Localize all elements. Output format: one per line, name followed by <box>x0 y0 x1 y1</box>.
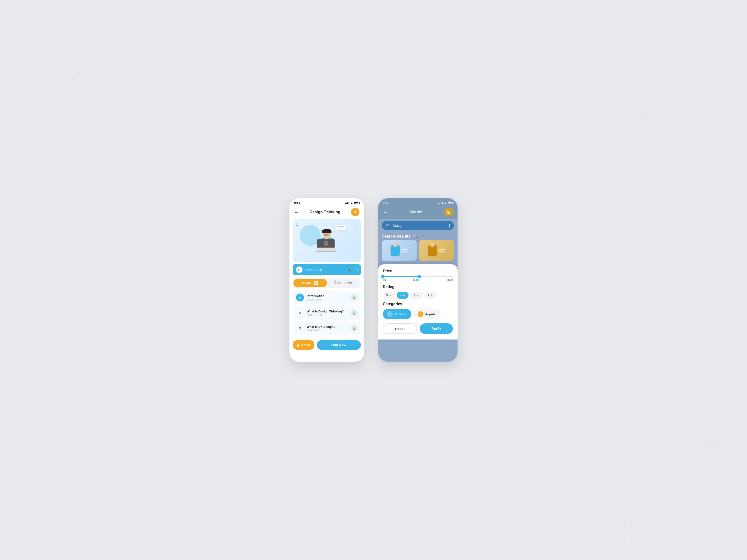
volume-icon[interactable]: 🔊 <box>348 268 352 272</box>
card-illustration <box>390 245 400 257</box>
popular-label: Popular <box>425 313 437 316</box>
play-button[interactable]: ▶ <box>296 266 303 273</box>
content-tabs: Playlist 17 Descriptions <box>293 278 361 288</box>
buy-now-button[interactable]: Buy Now <box>317 340 361 350</box>
slider-thumb-end[interactable] <box>418 275 421 278</box>
item-info: Introduction 06:25 / 17:45 <box>307 294 348 301</box>
reset-button[interactable]: Reset <box>383 323 417 334</box>
result-card-1[interactable] <box>382 240 417 261</box>
item-time: 00:00 / 12:50 <box>307 314 348 316</box>
heart-button[interactable]: ♥ <box>351 208 360 216</box>
video-illustration: 🌿 <box>319 230 335 252</box>
item-time: 00:00 / 09:32 <box>307 329 348 332</box>
item-info: What is UX Design? 00:00 / 09:32 <box>307 325 348 332</box>
grid-button[interactable]: ⊞ <box>444 208 453 216</box>
item-title: Introduction <box>307 294 348 298</box>
search-results-label: Search Results 🔍 <box>378 232 458 240</box>
price-title: Price <box>383 269 453 273</box>
playlist-item[interactable]: ▶ Introduction 06:25 / 17:45 🔓 <box>293 291 361 304</box>
star-icon: ★ <box>389 294 391 297</box>
lock-icon: 🔒 <box>351 325 358 332</box>
rating-5[interactable]: 5 ★ <box>383 292 395 299</box>
video-area: 🌿 <box>293 219 361 262</box>
glasses <box>324 234 329 236</box>
star-icon: ★ <box>403 294 405 297</box>
popular-icon: ⚡ <box>418 311 423 317</box>
wifi-icon-right: ▲ <box>444 202 446 205</box>
tab-descriptions[interactable]: Descriptions <box>327 279 360 287</box>
circles-decoration: ○ ○ ○ <box>354 223 356 226</box>
star-icon: ★ <box>430 294 433 297</box>
item-play-icon[interactable]: ▶ <box>296 294 304 301</box>
search-header: ← Search ⊞ <box>378 206 458 219</box>
video-controls-bar[interactable]: ▶ 06:25 / 17:45 🔊 ⛶ <box>293 264 361 275</box>
rating-3[interactable]: 3 ★ <box>410 292 422 299</box>
wifi-icon: ▲ <box>351 202 353 205</box>
price-section: Price $0 $300 $800 <box>383 269 453 282</box>
price-max: $800 <box>446 278 453 282</box>
rating-2[interactable]: 2 ★ <box>424 292 436 299</box>
design-thinking-header: ← Design Thinking ♥ <box>289 206 364 219</box>
slider-thumb-start[interactable] <box>381 275 384 278</box>
playlist-count: 17 <box>314 281 318 285</box>
playlist-item[interactable]: 2 What is Design Thinking? 00:00 / 12:50… <box>293 306 361 320</box>
category-popular[interactable]: ⚡ Popular <box>414 309 441 319</box>
battery-icon <box>354 202 360 204</box>
slider-fill <box>383 276 419 277</box>
status-bar-right: 9:41 ▲ <box>378 198 458 206</box>
play-icon: ▶ <box>298 269 300 271</box>
search-input-wrap[interactable]: 🔍 | <box>382 221 454 230</box>
playlist-container: ▶ Introduction 06:25 / 17:45 🔓 2 What is… <box>289 291 364 335</box>
signal-icon-right <box>438 202 443 204</box>
lock-icon: 🔒 <box>351 310 358 316</box>
cursor-indicator: | <box>449 223 450 228</box>
coin-icon: ◎ <box>297 343 299 347</box>
price-button[interactable]: ◎ $32.52 <box>293 340 314 350</box>
price-current: $300 <box>413 278 419 282</box>
tab-playlist[interactable]: Playlist 17 <box>293 279 327 287</box>
price-label: $32.52 <box>301 343 311 347</box>
back-button[interactable]: ← <box>294 210 299 215</box>
search-title: Search <box>409 210 423 214</box>
categories-section: Categories 💧 All Topic ⚡ Popular <box>383 302 453 319</box>
playlist-item[interactable]: 3 What is UX Design? 00:00 / 09:32 🔒 <box>293 322 361 335</box>
rating-4[interactable]: 4 ★ <box>396 292 409 299</box>
categories-title: Categories <box>383 302 453 306</box>
item-number: 3 <box>296 324 304 332</box>
result-card-2[interactable] <box>419 240 454 261</box>
price-min: $0 <box>383 278 386 282</box>
video-time: 06:25 / 17:45 <box>305 268 346 272</box>
category-all-topic[interactable]: 💧 All Topic <box>383 309 411 319</box>
price-labels: $0 $300 $800 <box>383 278 453 282</box>
apply-button[interactable]: Apply <box>420 323 453 334</box>
phone-design-thinking: 9:41 ▲ ← Design Thinking ♥ <box>289 198 364 362</box>
grid-icon: ⊞ <box>447 210 450 214</box>
rating-options: 5 ★ 4 ★ 3 ★ 2 ★ <box>383 292 453 299</box>
star-icon: ★ <box>416 294 419 297</box>
signal-icon <box>345 202 349 204</box>
status-bar-left: 9:41 ▲ <box>289 198 364 206</box>
rating-title: Rating <box>383 285 453 289</box>
all-topic-label: All Topic <box>394 313 407 316</box>
item-info: What is Design Thinking? 00:00 / 12:50 <box>307 310 348 316</box>
search-icon: 🔍 <box>386 223 390 228</box>
time-right: 9:41 <box>383 201 389 205</box>
rating-section: Rating 5 ★ 4 ★ 3 ★ 2 <box>383 285 453 299</box>
back-button-search[interactable]: ← <box>383 210 387 215</box>
head <box>323 230 331 239</box>
battery-icon-right <box>448 202 453 204</box>
fullscreen-icon[interactable]: ⛶ <box>354 268 358 272</box>
heart-icon: ♥ <box>354 210 357 214</box>
dots-decoration: ●●●●● <box>296 222 300 226</box>
slider-track <box>383 276 453 277</box>
scene: 9:41 ▲ ← Design Thinking ♥ <box>289 198 458 362</box>
search-input[interactable] <box>393 223 447 228</box>
item-number: 2 <box>296 309 304 317</box>
page-title: Design Thinking <box>310 210 340 214</box>
phone-search: 9:41 ▲ ← Search ⊞ <box>378 198 458 362</box>
price-slider[interactable] <box>383 276 453 277</box>
hair <box>322 229 332 233</box>
results-search-icon: 🔍 <box>412 234 417 239</box>
status-icons-right: ▲ <box>438 202 453 205</box>
speech-bubble <box>335 225 346 230</box>
